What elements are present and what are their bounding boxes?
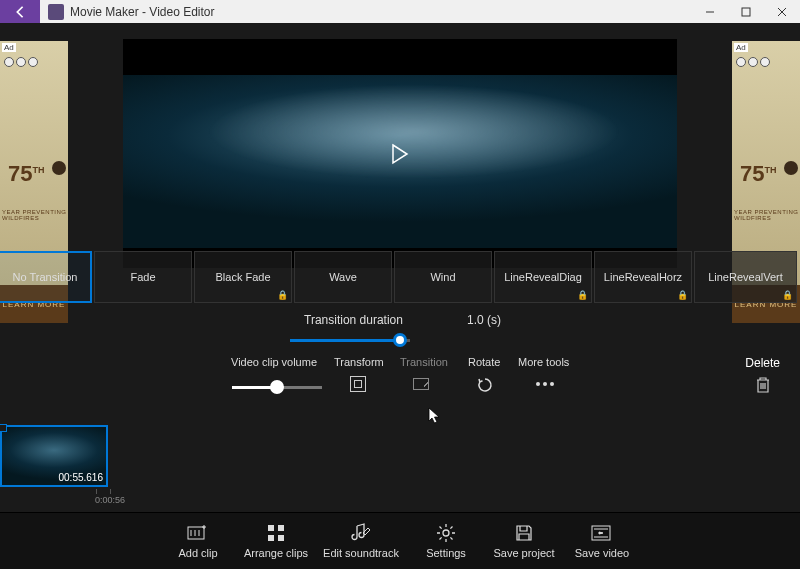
maximize-button[interactable] (728, 0, 764, 23)
ad-tagline: YEAR PREVENTING WILDFIRES (734, 209, 800, 221)
mouse-cursor (428, 407, 442, 425)
transition-duration-value: 1.0 (s) (467, 313, 501, 327)
transition-option-wind[interactable]: Wind (394, 251, 492, 303)
add-clip-icon (187, 524, 209, 542)
lock-icon: 🔒 (577, 290, 588, 300)
back-button[interactable] (0, 0, 40, 23)
transition-button[interactable] (413, 378, 429, 390)
clip-handle[interactable] (0, 424, 7, 432)
transition-option-linerevealhorz[interactable]: LineRevealHorz🔒 (594, 251, 692, 303)
transition-option-wave[interactable]: Wave (294, 251, 392, 303)
clip-duration: 00:55.616 (59, 472, 104, 483)
svg-rect-1 (742, 8, 750, 16)
ad-badges (4, 57, 38, 67)
delete-label: Delete (745, 356, 780, 370)
transition-option-linerevealdiag[interactable]: LineRevealDiag🔒 (494, 251, 592, 303)
transition-option-fade[interactable]: Fade (94, 251, 192, 303)
play-icon[interactable] (390, 143, 410, 165)
ad-mark: Ad (734, 43, 748, 52)
save-video-button[interactable]: Save video (563, 513, 641, 569)
ad-mascot-icon (52, 161, 66, 175)
transform-label: Transform (334, 356, 384, 368)
svg-rect-3 (268, 525, 274, 531)
ad-mark: Ad (2, 43, 16, 52)
transition-label: Transition (400, 356, 448, 368)
timeline[interactable]: 00:55.616 0:00:56 (0, 429, 800, 511)
transition-option-none[interactable]: No Transition (0, 251, 92, 303)
transition-list: No Transition Fade Black Fade🔒 Wave Wind… (0, 251, 800, 303)
transform-icon (350, 376, 366, 392)
minimize-button[interactable] (692, 0, 728, 23)
more-tools-button[interactable] (536, 382, 554, 386)
delete-clip[interactable]: Delete (745, 356, 780, 397)
transition-duration-row: Transition duration 1.0 (s) (0, 313, 800, 335)
save-project-button[interactable]: Save project (485, 513, 563, 569)
ad-badges (736, 57, 770, 67)
svg-rect-4 (278, 525, 284, 531)
transition-duration-slider[interactable] (290, 333, 410, 347)
window-controls (692, 0, 800, 23)
edit-soundtrack-button[interactable]: Edit soundtrack (315, 513, 407, 569)
app-icon (48, 4, 64, 20)
timeline-clip[interactable]: 00:55.616 (0, 425, 108, 487)
lock-icon: 🔒 (277, 290, 288, 300)
save-icon (515, 524, 533, 542)
tool-row: Video clip volume Transform Transition R… (0, 356, 800, 394)
ad-logo: 75TH (8, 161, 44, 187)
lock-icon: 🔒 (677, 290, 688, 300)
dots-icon (536, 382, 554, 386)
transition-icon (413, 378, 429, 390)
transition-option-linerevealvert[interactable]: LineRevealVert🔒 (694, 251, 797, 303)
rotate-icon (476, 376, 494, 394)
lock-icon: 🔒 (782, 290, 793, 300)
trash-icon (755, 376, 771, 394)
svg-point-7 (443, 530, 449, 536)
grid-icon (267, 524, 285, 542)
bottom-toolbar: Add clip Arrange clips Edit soundtrack S… (0, 512, 800, 569)
svg-rect-6 (278, 535, 284, 541)
titlebar: Movie Maker - Video Editor (0, 0, 800, 23)
rotate-button[interactable] (476, 376, 494, 397)
ad-mascot-icon (784, 161, 798, 175)
add-clip-button[interactable]: Add clip (159, 513, 237, 569)
ad-tagline: YEAR PREVENTING WILDFIRES (2, 209, 68, 221)
rotate-label: Rotate (468, 356, 500, 368)
gear-icon (436, 523, 456, 543)
close-button[interactable] (764, 0, 800, 23)
arrange-clips-button[interactable]: Arrange clips (237, 513, 315, 569)
transition-option-black-fade[interactable]: Black Fade🔒 (194, 251, 292, 303)
video-export-icon (591, 524, 613, 542)
volume-label: Video clip volume (231, 356, 317, 368)
svg-rect-5 (268, 535, 274, 541)
arrow-left-icon (13, 5, 27, 19)
app-title: Movie Maker - Video Editor (70, 5, 215, 19)
transition-duration-label: Transition duration (304, 313, 403, 327)
main-area: Ad 75TH YEAR PREVENTING WILDFIRES LEARN … (0, 23, 800, 430)
transform-button[interactable] (350, 376, 366, 392)
music-edit-icon (350, 523, 372, 543)
svg-rect-2 (188, 527, 204, 539)
more-tools-label: More tools (518, 356, 569, 368)
settings-button[interactable]: Settings (407, 513, 485, 569)
ad-logo: 75TH (740, 161, 776, 187)
preview-player[interactable] (123, 39, 677, 268)
